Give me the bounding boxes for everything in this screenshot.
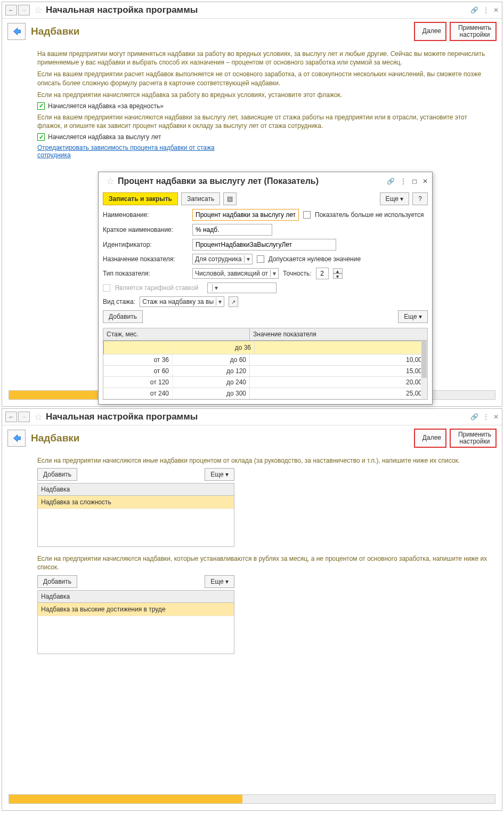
table-row[interactable]: от 120до 24020,00 <box>103 377 427 388</box>
table-row[interactable]: от 60до 12015,00 <box>103 366 427 377</box>
tariff-label: Является тарифной ставкой <box>115 284 199 292</box>
grid1-row[interactable]: Надбавка за сложность <box>38 496 234 509</box>
table-row[interactable]: до 36 <box>103 341 427 354</box>
nav-back-button[interactable]: ← <box>5 5 17 15</box>
precision-down[interactable]: ▾ <box>333 273 343 279</box>
purpose-select[interactable]: Для сотрудника▾ <box>192 254 253 264</box>
grid2-empty <box>38 616 234 654</box>
seniority-select[interactable]: Стаж на надбавку за вы▾ <box>140 296 224 307</box>
col-seniority: Стаж, мес. <box>103 328 250 340</box>
unused-label: Показатель больше не используется <box>315 211 424 219</box>
seniority-checkbox[interactable]: ✓ <box>37 133 45 141</box>
precision-label: Точность: <box>283 270 311 277</box>
list-view-button[interactable]: ▤ <box>223 192 237 205</box>
modal-maximize-icon[interactable]: ◻ <box>412 178 417 185</box>
grid1-add-button[interactable]: Добавить <box>37 468 77 481</box>
section-title: Надбавки <box>31 26 80 37</box>
harm-checkbox[interactable]: ✓ <box>37 102 45 110</box>
nav-forward-button[interactable]: → <box>18 5 30 15</box>
zero-checkbox[interactable]: ✓ <box>257 255 264 263</box>
precision-up[interactable]: ▴ <box>333 268 343 273</box>
grid2-row[interactable]: Надбавка за высокие достижения в труде <box>38 603 234 616</box>
seniority-prompt: Если на вашем предприятии начисляются на… <box>37 113 493 130</box>
kebab-icon[interactable]: ⋮ <box>483 6 489 14</box>
modal-close-icon[interactable]: ✕ <box>422 178 428 185</box>
indicator-modal: ☆ Процент надбавки за выслугу лет (Показ… <box>98 172 433 405</box>
table-scrollbar[interactable] <box>421 341 427 399</box>
favorite-star-icon[interactable]: ☆ <box>34 4 43 16</box>
modal-add-button[interactable]: Добавить <box>103 310 143 323</box>
harm-checkbox-label: Начисляется надбавка «за вредность» <box>48 102 164 110</box>
modal-star-icon[interactable]: ☆ <box>106 175 115 187</box>
link-icon[interactable]: 🔗 <box>470 413 478 421</box>
favorite-star-icon[interactable]: ☆ <box>34 411 43 423</box>
seniority-label: Вид стажа: <box>103 298 135 305</box>
type-label: Тип показателя: <box>103 270 188 277</box>
modal-link-icon[interactable]: 🔗 <box>387 178 395 185</box>
page-title: Начальная настройка программы <box>46 5 198 15</box>
intro-text-1: На вашем предприятии могут применяться н… <box>37 50 493 67</box>
table-row[interactable]: от 240до 30025,00 <box>103 388 427 399</box>
wizard-back-button[interactable] <box>7 23 26 40</box>
zero-label: Допускается нулевое значение <box>269 255 361 263</box>
kebab-icon[interactable]: ⋮ <box>483 413 489 421</box>
save-button[interactable]: Записать <box>181 192 220 205</box>
grid1-empty <box>38 509 234 546</box>
modal-title: Процент надбавки за выслугу лет (Показат… <box>118 176 319 186</box>
link-icon[interactable]: 🔗 <box>470 6 478 14</box>
close-icon[interactable]: ✕ <box>493 413 499 421</box>
grid2-add-button[interactable]: Добавить <box>37 575 77 588</box>
apply-label: Применить настройки <box>458 25 491 38</box>
name-input[interactable] <box>192 209 299 221</box>
nav-back-button[interactable]: ← <box>5 412 17 422</box>
apply-label: Применить настройки <box>458 431 491 445</box>
precision-input[interactable] <box>316 268 329 279</box>
col-value: Значение показателя <box>250 328 427 340</box>
next-button[interactable]: Далее <box>414 429 446 448</box>
percent-prompt: Если на предприятии начисляются иные над… <box>37 456 493 465</box>
tariff-select: ▾ <box>207 283 277 293</box>
tariff-checkbox: ✓ <box>103 284 110 292</box>
close-icon[interactable]: ✕ <box>493 6 499 14</box>
save-and-close-button[interactable]: Записать и закрыть <box>103 192 178 205</box>
id-input[interactable] <box>192 239 336 251</box>
short-label: Краткое наименование: <box>103 226 188 233</box>
purpose-label: Назначение показателя: <box>103 255 188 263</box>
id-label: Идентификатор: <box>103 241 188 248</box>
page-title: Начальная настройка программы <box>46 412 198 422</box>
short-input[interactable] <box>192 224 272 236</box>
grid2-more-button[interactable]: Еще ▾ <box>205 575 234 588</box>
wizard-back-button[interactable] <box>7 430 26 447</box>
name-label: Наименование: <box>103 211 188 219</box>
wizard-progress-bar <box>9 795 242 803</box>
seniority-checkbox-label: Начисляется надбавка за выслугу лет <box>48 133 161 141</box>
table-row[interactable]: от 36до 6010,00 <box>103 354 427 366</box>
section-title: Надбавки <box>31 432 80 444</box>
seniority-open-button[interactable]: ↗ <box>229 296 238 307</box>
more-button[interactable]: Еще ▾ <box>380 192 410 205</box>
grid2-col-header: Надбавка <box>38 591 234 603</box>
nav-forward-button[interactable]: → <box>18 412 30 422</box>
modal-kebab-icon[interactable]: ⋮ <box>400 178 407 185</box>
apply-settings-button[interactable]: Применить настройки <box>450 22 497 41</box>
apply-settings-button[interactable]: Применить настройки <box>450 429 497 448</box>
next-button[interactable]: Далее <box>414 22 446 41</box>
unused-checkbox[interactable]: ✓ <box>303 211 311 219</box>
intro-text-2: Если на вашем предприятии расчет надбаво… <box>37 70 493 87</box>
ruble-prompt: Если на предприятии начисляются надбавки… <box>37 554 493 571</box>
edit-dependency-link[interactable]: Отредактировать зависимость процента над… <box>37 144 229 159</box>
modal-more-button[interactable]: Еще ▾ <box>398 310 428 323</box>
help-button[interactable]: ? <box>412 192 428 205</box>
grid1-more-button[interactable]: Еще ▾ <box>205 468 234 481</box>
harm-prompt: Если на предприятии начисляется надбавка… <box>37 91 493 99</box>
type-select[interactable]: Числовой, зависящий от▾ <box>192 268 279 279</box>
grid1-col-header: Надбавка <box>38 483 234 496</box>
